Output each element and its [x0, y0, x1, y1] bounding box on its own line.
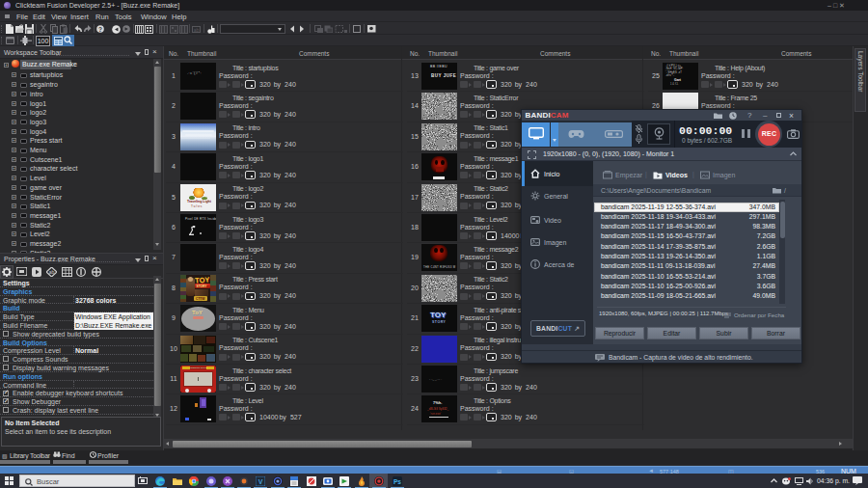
svg-text:ab: ab [194, 26, 200, 32]
svg-text:Ps: Ps [393, 477, 401, 484]
svg-text:ab: ab [49, 269, 55, 275]
svg-text:?: ? [98, 26, 102, 33]
svg-text:V: V [258, 477, 263, 484]
